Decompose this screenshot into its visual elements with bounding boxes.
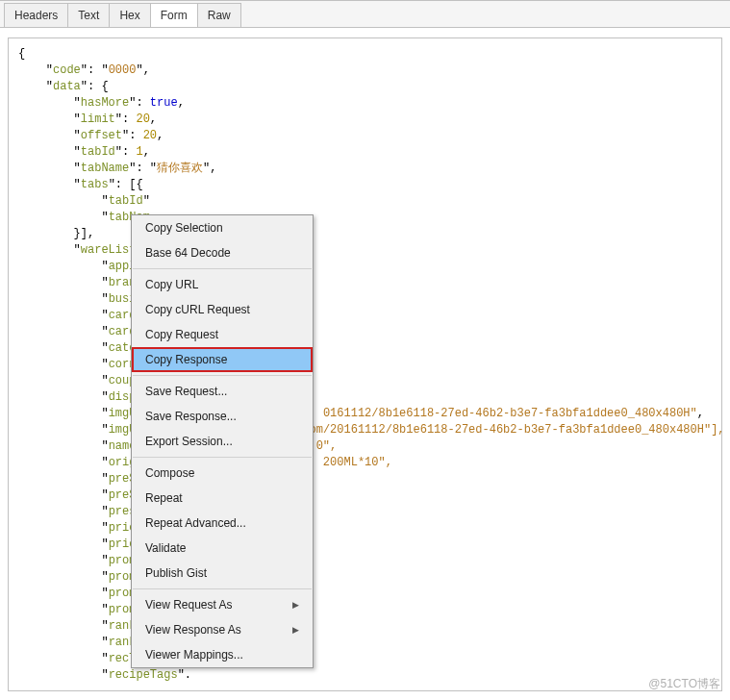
menu-validate[interactable]: Validate <box>132 536 313 561</box>
json-bool: true <box>150 96 178 110</box>
tab-hex[interactable]: Hex <box>109 3 150 27</box>
tab-form[interactable]: Form <box>150 3 198 27</box>
response-tabs: Headers Text Hex Form Raw <box>0 1 730 28</box>
json-str: 200ML*10", <box>316 456 392 469</box>
watermark: @51CTO博客 <box>648 676 720 692</box>
json-key: offset <box>81 129 122 142</box>
menu-separator <box>133 375 312 376</box>
menu-compose[interactable]: Compose <box>132 461 313 486</box>
menu-publish-gist[interactable]: Publish Gist <box>132 561 313 586</box>
menu-copy-url[interactable]: Copy URL <box>132 272 313 297</box>
json-key: tabs <box>81 178 109 191</box>
json-key: code <box>53 63 81 77</box>
json-key: hasMore <box>81 96 129 110</box>
menu-separator <box>133 588 312 589</box>
menu-separator <box>133 268 312 269</box>
tab-raw[interactable]: Raw <box>197 3 241 27</box>
json-key: tabId <box>81 145 115 159</box>
menu-save-response[interactable]: Save Response... <box>132 404 313 429</box>
json-key: recipeTags <box>109 668 178 682</box>
menu-copy-selection[interactable]: Copy Selection <box>132 215 313 240</box>
json-num: 1 <box>136 145 142 159</box>
menu-repeat-advanced[interactable]: Repeat Advanced... <box>132 511 313 536</box>
menu-export-session[interactable]: Export Session... <box>132 429 313 454</box>
menu-copy-request[interactable]: Copy Request <box>132 322 313 347</box>
json-num: 20 <box>136 112 149 126</box>
json-num: 20 <box>143 129 157 142</box>
json-key: tabId <box>109 194 143 208</box>
menu-copy-response[interactable]: Copy Response <box>132 347 313 372</box>
json-str: 0161112/8b1e6118-27ed-46b2-b3e7-fa3bfa1d… <box>323 407 697 420</box>
menu-view-response-as[interactable]: View Response As▶ <box>132 617 313 642</box>
menu-view-request-as[interactable]: View Request As▶ <box>132 592 313 617</box>
menu-separator <box>133 457 312 458</box>
json-key: tabName <box>81 162 129 175</box>
json-str: om/20161112/8b1e6118-27ed-46b2-b3e7-fa3b… <box>309 423 722 437</box>
menu-save-request[interactable]: Save Request... <box>132 379 313 404</box>
menu-base64-decode[interactable]: Base 64 Decode <box>132 240 313 265</box>
json-str: 猜你喜欢 <box>157 162 203 175</box>
json-str: 0", <box>316 439 338 453</box>
tab-text[interactable]: Text <box>67 3 110 27</box>
json-content[interactable]: { "code": "0000", "data": { "hasMore": t… <box>8 38 722 691</box>
menu-copy-curl[interactable]: Copy cURL Request <box>132 297 313 322</box>
menu-viewer-mappings[interactable]: Viewer Mappings... <box>132 642 313 667</box>
menu-repeat[interactable]: Repeat <box>132 486 313 511</box>
context-menu: Copy Selection Base 64 Decode Copy URL C… <box>131 214 314 668</box>
chevron-right-icon: ▶ <box>292 625 299 635</box>
chevron-right-icon: ▶ <box>292 600 299 610</box>
json-str: 0000 <box>109 63 137 77</box>
json-key: data <box>53 80 81 93</box>
json-key: wareList <box>81 243 137 257</box>
tab-headers[interactable]: Headers <box>4 3 68 27</box>
json-key: limit <box>81 112 115 126</box>
